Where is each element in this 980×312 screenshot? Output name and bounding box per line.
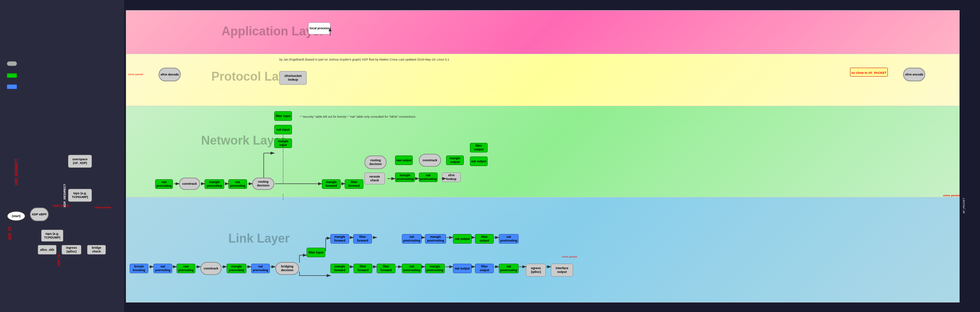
nat-postrouting-link2-box: nat postrouting [499, 264, 519, 273]
mangle-forward-link-box: mangle forward [331, 264, 349, 273]
xdp-tx-vertical: XDP_TX [57, 254, 60, 266]
nat-prerouting2-link-box: nat prerouting [251, 264, 270, 273]
bridge-check-link-box: bridge check [87, 245, 106, 255]
ingress-qdisc-box: ingress (qdisc) [62, 245, 81, 255]
mangle-prerouting-net-box: mangle prerouting [205, 179, 224, 189]
no-clone-box: no clone to AF_PACKET [850, 68, 888, 76]
egress-qdisc-box: egress (qdisc) [526, 264, 546, 277]
mangle-output-net-box: mangle output [446, 156, 464, 165]
filter-forward-link2-box: filter forward [377, 264, 395, 273]
filter-forward-link-top-box: filter forward [353, 234, 372, 244]
raw-prerouting-net-box: raw prerouting [155, 179, 173, 189]
xdp-pass-label: XDP_PASS [53, 204, 69, 207]
main-diagram: Application Layer local process Protocol… [126, 10, 959, 303]
alloc-skb-box: alloc_skb [38, 245, 56, 255]
network-layer-title: Network Layer [201, 134, 285, 148]
filter-output-link-top-box: filter output [475, 234, 494, 244]
local-process-box: local process [308, 22, 331, 34]
routing-decision-net2-box: routing decision [364, 156, 387, 169]
link-layer: Link Layer alloc_skb ingress (qdisc) bri… [126, 197, 959, 302]
nat-postrouting-link1-box: nat postrouting [402, 264, 422, 273]
mangle-forward-net-box: mangle forward [322, 179, 340, 189]
xdp-tx-label: XDP_TX [8, 227, 12, 240]
xfrm-lookup-box: xfrm lookup [442, 172, 461, 182]
application-layer: Application Layer local process [126, 10, 959, 54]
xfrm-encode-box: xfrm encode [903, 68, 925, 81]
taps-box: taps (e.g. TCPDUMP) [41, 230, 63, 242]
mangle-postrouting-net-box: mangle postrouting [395, 172, 415, 182]
reroute-check-box: reroute check [364, 172, 385, 185]
mangle-input-net-box: mangle input [274, 138, 292, 148]
nat-postrouting-link-top2-box: nat postrouting [499, 234, 519, 244]
taps-tcpdump-box: taps (e.g. TCPDUMP) [68, 189, 92, 202]
broute-brouting-box: broute brouting [130, 264, 148, 273]
bridging-decision-box: bridging decision [275, 262, 299, 275]
userspace-af-xdp-box: userspace (AF_XDP) [68, 155, 92, 168]
xfrm-decode-box: xfrm decode [159, 68, 181, 81]
nat-prerouting-link-box: nat prerouting [153, 264, 172, 273]
clone-packet-3: clone packet [562, 255, 577, 258]
nat-input-net-box: nat input [274, 125, 292, 134]
conntrack-output-net-box: conntrack [419, 154, 441, 167]
legend-gray [7, 61, 17, 66]
network-layer: Network Layer filter input nat input man… [126, 106, 959, 198]
mangle-forward-link-top-box: mangle forward [331, 234, 349, 244]
left-panel: XDP_REDIRECT XDP_TX (start) XDP eBPF XDP… [0, 0, 124, 312]
filter-input-net-box: filter input [274, 111, 292, 121]
security-annotation: * "security" table left out for brevity … [300, 115, 415, 119]
raw-prerouting-link-box: raw prerouting [177, 264, 195, 273]
mangle-prerouting-link-box: mangle prerouting [227, 264, 247, 273]
xdp-redirect-vertical: XDP_REDIRECT [63, 184, 66, 207]
interface-output-box: interface output [551, 264, 573, 277]
xdp-ebpf-box: XDP eBPF [30, 207, 49, 221]
xfrm-socket-lookup-box: xfrm/socket lookup [279, 71, 307, 85]
filter-forward-net-box: filter forward [345, 179, 363, 189]
mangle-postrouting-link1-box: mangle postrouting [425, 264, 445, 273]
link-layer-title: Link Layer [228, 231, 290, 246]
conntrack-link-box: conntrack [200, 262, 221, 275]
nat-postrouting-link-top1-box: nat postrouting [402, 234, 422, 244]
clone-packet-1: clone packet [128, 73, 143, 76]
nat-output-link-top-box: nat output [453, 234, 472, 244]
filter-output-link-box: filter output [475, 264, 494, 273]
xdp-redirect-label: XDP_REDIRECT [14, 159, 18, 185]
conntrack-net-box: conntrack [179, 178, 200, 190]
routing-decision-net-box: routing decision [252, 178, 274, 190]
af-packet-label: AF_PACKET [962, 198, 965, 213]
nat-output-net2-box: nat output [470, 156, 488, 166]
raw-output-net-box: raw output [395, 156, 413, 165]
protocol-layer: Protocol Layer clone packet xfrm decode … [126, 54, 959, 107]
nat-postrouting-net-box: nat postrouting [419, 172, 438, 182]
legend-green [7, 73, 17, 78]
mangle-postrouting-link-top-box: mangle postrouting [425, 234, 446, 244]
clone-packet-left: clone packet [95, 206, 111, 209]
filter-input-link-box: filter input [307, 248, 325, 257]
nat-output-link-box: nat output [453, 264, 472, 273]
clone-packet-right: clone packet [943, 194, 959, 197]
filter-output-net2-box: filter output [470, 143, 488, 153]
author-annotation: by Jan Engelhardt (based in part on Josh… [279, 57, 449, 62]
start-oval: (start) [7, 211, 25, 221]
filter-forward-link-box: filter forward [353, 264, 372, 273]
legend-blue [7, 84, 17, 89]
nat-prerouting-net-box: nat prerouting [228, 179, 247, 189]
